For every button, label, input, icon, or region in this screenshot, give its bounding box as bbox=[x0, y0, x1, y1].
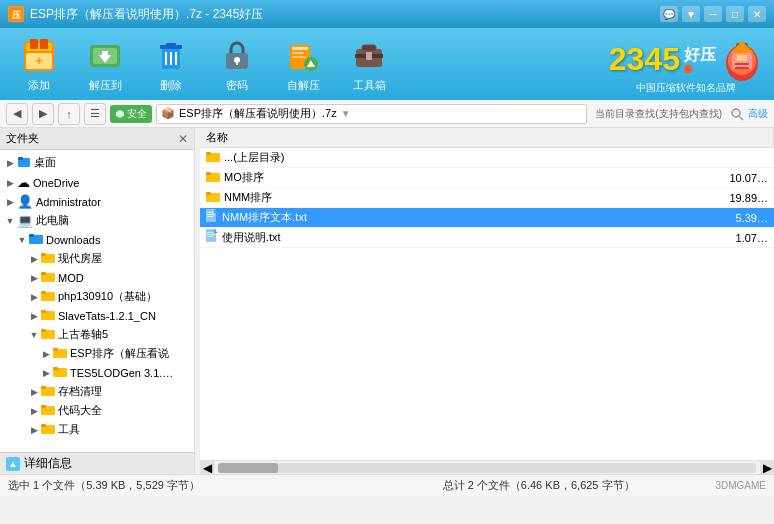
file-row-manual[interactable]: 使用说明.txt 1.07… bbox=[200, 228, 774, 248]
file-name-up: ...(上层目录) bbox=[224, 150, 285, 165]
hscroll-left-button[interactable]: ◀ bbox=[200, 461, 214, 475]
esp-folder-icon bbox=[53, 346, 67, 361]
status-total: 总计 2 个文件（6.46 KB，6,625 字节） bbox=[362, 478, 716, 493]
tree-label-php: php130910（基础） bbox=[58, 289, 157, 304]
minimize-button[interactable]: ─ bbox=[704, 6, 722, 22]
col-header-name[interactable]: 名称 bbox=[200, 128, 774, 147]
svg-rect-67 bbox=[206, 152, 211, 155]
tree-item-desktop[interactable]: ▶ 桌面 bbox=[0, 152, 194, 173]
svg-rect-45 bbox=[29, 234, 34, 237]
tree-item-skyrim5[interactable]: ▼ 上古卷轴5 bbox=[0, 325, 194, 344]
svg-rect-55 bbox=[41, 329, 46, 332]
tree-toggle-php: ▶ bbox=[28, 291, 40, 303]
status-bar: 选中 1 个文件（5.39 KB，5,529 字节） 总计 2 个文件（6.46… bbox=[0, 474, 774, 496]
path-bar[interactable]: 📦 ESP排序（解压看说明使用）.7z ▼ bbox=[156, 104, 587, 124]
hscroll-thumb[interactable] bbox=[218, 463, 278, 473]
hscroll-right-button[interactable]: ▶ bbox=[760, 461, 774, 475]
tree-label-modern-house: 现代房屋 bbox=[58, 251, 102, 266]
svg-rect-51 bbox=[41, 291, 46, 294]
file-row-up[interactable]: ...(上层目录) bbox=[200, 148, 774, 168]
password-label: 密码 bbox=[226, 78, 248, 93]
add-icon: + bbox=[19, 36, 59, 76]
file-name-nmmtxt: NMM排序文本.txt bbox=[222, 210, 307, 225]
file-list-body[interactable]: ...(上层目录) MO排序 10.07… bbox=[200, 148, 774, 460]
svg-rect-22 bbox=[292, 47, 308, 50]
svg-rect-53 bbox=[41, 310, 46, 313]
tree-item-admin[interactable]: ▶ 👤 Administrator bbox=[0, 192, 194, 211]
details-toggle-button[interactable]: ▲ bbox=[6, 457, 20, 471]
menu-button[interactable]: ☰ bbox=[84, 103, 106, 125]
title-bar: 压 ESP排序（解压看说明使用）.7z - 2345好压 💬 ▼ ─ □ ✕ bbox=[0, 0, 774, 28]
tree-label-thispc: 此电脑 bbox=[36, 213, 69, 228]
panel-close-button[interactable]: ✕ bbox=[178, 132, 188, 146]
svg-rect-43 bbox=[18, 157, 23, 160]
file-row-mo[interactable]: MO排序 10.07… bbox=[200, 168, 774, 188]
tree-item-esp[interactable]: ▶ ESP排序（解压看说 bbox=[0, 344, 194, 363]
tree-toggle-admin: ▶ bbox=[4, 196, 16, 208]
tree-toggle-mod: ▶ bbox=[28, 272, 40, 284]
tree-item-downloads[interactable]: ▼ Downloads bbox=[0, 230, 194, 249]
tree-item-modern-house[interactable]: ▶ 现代房屋 bbox=[0, 249, 194, 268]
delete-button[interactable]: 删除 bbox=[140, 32, 202, 97]
mo-size: 10.07… bbox=[729, 172, 768, 184]
add-button[interactable]: + 添加 bbox=[8, 32, 70, 97]
delete-icon bbox=[151, 36, 191, 76]
svg-rect-24 bbox=[292, 56, 306, 58]
file-row-nmm[interactable]: NMM排序 19.89… bbox=[200, 188, 774, 208]
panel-header: 文件夹 ✕ bbox=[0, 128, 194, 150]
extract-button[interactable]: 解压到 bbox=[74, 32, 136, 97]
file-tree[interactable]: ▶ 桌面 ▶ ☁ OneDrive ▶ 👤 Administrator ▼ bbox=[0, 150, 194, 452]
tree-item-thispc[interactable]: ▼ 💻 此电脑 bbox=[0, 211, 194, 230]
admin-icon: 👤 bbox=[17, 194, 33, 209]
back-button[interactable]: ◀ bbox=[6, 103, 28, 125]
svg-rect-74 bbox=[207, 214, 215, 215]
svg-rect-38 bbox=[735, 67, 749, 69]
restore-button[interactable]: □ bbox=[726, 6, 744, 22]
svg-line-41 bbox=[739, 116, 743, 120]
codebook-folder-icon bbox=[41, 403, 55, 418]
nmm-size: 19.89… bbox=[729, 192, 768, 204]
php-folder-icon bbox=[41, 289, 55, 304]
right-panel: 名称 ...(上层目录) MO排序 bbox=[200, 128, 774, 474]
archive-icon: 📦 bbox=[161, 107, 175, 120]
chat-button[interactable]: 💬 bbox=[660, 6, 678, 22]
tree-item-onedrive[interactable]: ▶ ☁ OneDrive bbox=[0, 173, 194, 192]
tree-item-tools[interactable]: ▶ 工具 bbox=[0, 420, 194, 439]
up-button[interactable]: ↑ bbox=[58, 103, 80, 125]
password-button[interactable]: 密码 bbox=[206, 32, 268, 97]
tree-item-archive[interactable]: ▶ 存档清理 bbox=[0, 382, 194, 401]
tree-item-php[interactable]: ▶ php130910（基础） bbox=[0, 287, 194, 306]
path-text: ESP排序（解压看说明使用）.7z bbox=[179, 106, 337, 121]
manual-file-icon bbox=[206, 229, 218, 246]
modern-house-folder-icon bbox=[41, 251, 55, 266]
close-button[interactable]: ✕ bbox=[748, 6, 766, 22]
tree-item-codebook[interactable]: ▶ 代码大全 bbox=[0, 401, 194, 420]
hscroll-area: ◀ ▶ bbox=[200, 460, 774, 474]
hscroll-bar[interactable] bbox=[218, 463, 756, 473]
tree-label-archive: 存档清理 bbox=[58, 384, 102, 399]
svg-rect-11 bbox=[102, 51, 108, 55]
toolbar-items: + 添加 解压到 bbox=[8, 32, 400, 97]
svg-rect-71 bbox=[206, 192, 211, 195]
svg-rect-57 bbox=[53, 348, 58, 351]
tree-label-onedrive: OneDrive bbox=[33, 177, 79, 189]
left-panel: 文件夹 ✕ ▶ 桌面 ▶ ☁ OneDrive ▶ 👤 Admini bbox=[0, 128, 195, 474]
toolbar: + 添加 解压到 bbox=[0, 28, 774, 100]
tree-label-codebook: 代码大全 bbox=[58, 403, 102, 418]
tree-label-admin: Administrator bbox=[36, 196, 101, 208]
toolbox-button[interactable]: 工具箱 bbox=[338, 32, 400, 97]
delete-label: 删除 bbox=[160, 78, 182, 93]
tree-toggle-codebook: ▶ bbox=[28, 405, 40, 417]
file-name-manual: 使用说明.txt bbox=[222, 230, 281, 245]
mo-folder-icon bbox=[206, 170, 220, 185]
selfextract-button[interactable]: 自解压 bbox=[272, 32, 334, 97]
tree-item-mod[interactable]: ▶ MOD bbox=[0, 268, 194, 287]
col-name-label: 名称 bbox=[206, 130, 228, 145]
advanced-search-button[interactable]: 高级 bbox=[748, 107, 768, 121]
file-row-nmmtxt[interactable]: NMM排序文本.txt 5.39… bbox=[200, 208, 774, 228]
dropdown-button[interactable]: ▼ bbox=[682, 6, 700, 22]
tree-item-slavetats[interactable]: ▶ SlaveTats-1.2.1_CN bbox=[0, 306, 194, 325]
forward-button[interactable]: ▶ bbox=[32, 103, 54, 125]
tree-item-tes5lod[interactable]: ▶ TES5LODGen 3.1.… bbox=[0, 363, 194, 382]
svg-rect-3 bbox=[26, 43, 52, 51]
